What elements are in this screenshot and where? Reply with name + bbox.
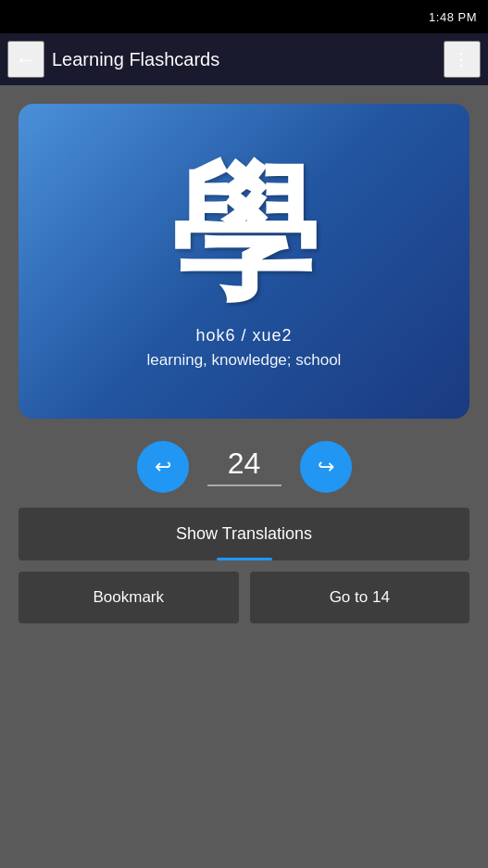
arrow-right-icon: ↪	[318, 455, 334, 479]
app-bar: ← Learning Flashcards ⋮	[0, 33, 488, 85]
previous-card-button[interactable]: ↩	[137, 441, 189, 493]
card-number-line	[207, 484, 282, 486]
status-bar: 1:48 PM	[0, 0, 488, 33]
bookmark-button[interactable]: Bookmark	[19, 572, 239, 623]
main-content: 學 hok6 / xue2 learning, knowledge; schoo…	[0, 85, 488, 868]
arrow-left-icon: ↩	[155, 455, 171, 479]
definition: learning, knowledge; school	[147, 351, 342, 370]
menu-button[interactable]: ⋮	[444, 41, 481, 78]
flashcard[interactable]: 學 hok6 / xue2 learning, knowledge; schoo…	[19, 104, 469, 419]
go-to-button[interactable]: Go to 14	[250, 572, 470, 623]
chinese-character: 學	[170, 159, 319, 308]
status-bar-text: 1:48 PM	[429, 10, 477, 24]
card-number: 24	[228, 447, 261, 480]
card-number-container: 24	[207, 447, 282, 485]
show-translations-button[interactable]: Show Translations	[19, 508, 469, 560]
pronunciation: hok6 / xue2	[195, 326, 292, 346]
back-button[interactable]: ←	[7, 41, 44, 78]
three-dots-icon: ⋮	[453, 49, 471, 69]
next-card-button[interactable]: ↪	[300, 441, 352, 493]
bottom-row: Bookmark Go to 14	[19, 572, 469, 623]
status-icons: 1:48 PM	[429, 10, 477, 24]
app-bar-title: Learning Flashcards	[52, 49, 444, 70]
navigation-row: ↩ 24 ↪	[19, 441, 469, 493]
